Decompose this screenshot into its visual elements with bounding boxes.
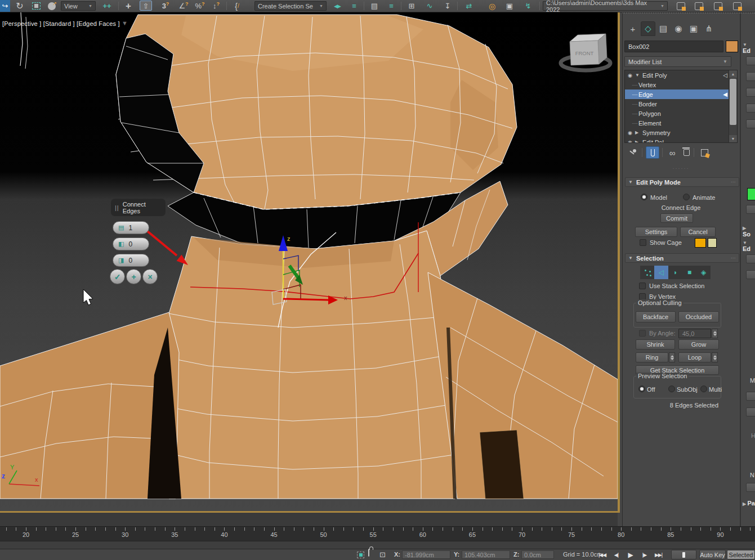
angle-snap-icon[interactable]: ∠? [176,0,191,12]
timeline-tick[interactable] [443,527,443,531]
timeline-tick[interactable] [611,527,612,531]
spinner-snap-icon[interactable]: ↕? [208,0,224,12]
selection-filter-dropdown[interactable]: View▼ [61,1,96,11]
by-angle-value-field[interactable]: 45,0 [678,329,711,338]
tab-display[interactable]: ▣ [686,21,701,36]
eye-icon[interactable]: ◉ [625,73,635,78]
viewport-label[interactable]: [Perspective ] [Standard ] [Edged Faces … [2,20,120,27]
snap-pair-icon[interactable]: ++ [98,0,116,12]
scroll-up-icon[interactable]: ▲ [729,70,737,78]
commit-button[interactable]: Commit [660,213,693,223]
lock-icon[interactable] [368,549,369,556]
animate-radio[interactable] [683,194,690,200]
preview-multi-label[interactable]: Multi [709,386,722,393]
timeline-tick[interactable] [115,527,116,531]
timeline-tick[interactable] [591,527,592,531]
timeline-tick[interactable] [373,527,374,531]
timeline-ruler[interactable]: 202530354045505560657075808590 [0,526,755,541]
ring-spinner[interactable] [669,352,675,362]
project-path-dropdown[interactable]: C:\Users\admin\Documents\3ds Max 2022▼ [543,1,668,11]
previous-frame-button[interactable]: ◀| [610,550,623,559]
stack-row-symmetry[interactable]: ◉ ▶ Symmetry [625,128,730,137]
by-angle-spinner[interactable] [712,329,718,338]
timeline-tick[interactable] [502,527,503,531]
select-and-link-icon[interactable]: ↪ [0,0,10,12]
scene-explorer-icon[interactable]: ⊞ [404,0,419,12]
timeline-tick[interactable] [6,527,7,531]
parameter-wire-icon[interactable]: ⇄ [461,0,477,12]
timeline-tick[interactable] [175,527,175,531]
loop-button[interactable]: Loop [678,352,711,362]
subobject-element-button[interactable]: ◈ [696,266,711,279]
timeline-tick[interactable] [691,527,691,531]
perspective-viewport[interactable]: z x FRONT x [0,12,618,511]
timeline-tick[interactable] [462,527,463,531]
timeline-tick[interactable] [532,527,533,531]
timeline-tick[interactable] [522,527,522,531]
timeline-tick[interactable] [512,527,512,531]
strip-button[interactable] [746,407,755,416]
select-and-move-icon[interactable]: + [120,0,136,12]
animate-radio-label[interactable]: Animate [693,194,715,201]
strip-button[interactable] [746,56,755,65]
timeline-tick[interactable] [561,527,562,531]
rollout-edit-poly-mode[interactable]: ▼ Edit Poly Mode ⋯ [625,177,739,187]
timeline-tick[interactable] [363,527,364,531]
stack-row-edit-poly[interactable]: ◉ ▼ Edit Poly ◁ [625,70,730,80]
timeline-tick[interactable] [165,527,166,531]
timeline-tick[interactable] [324,527,324,531]
timeline-tick[interactable] [75,527,76,531]
snap-toggle-3d-icon[interactable]: 3? [158,0,173,12]
strip-button[interactable] [746,104,755,113]
go-to-end-button[interactable]: ▶▶| [652,550,665,559]
tab-create[interactable]: + [626,21,640,36]
strip-button[interactable] [746,88,755,97]
model-radio[interactable] [641,194,647,200]
timeline-tick[interactable] [472,527,473,531]
model-radio-label[interactable]: Model [650,194,667,201]
timeline-tick[interactable] [195,527,195,531]
timeline-tick[interactable] [56,527,56,531]
go-to-start-button[interactable]: |◀◀ [596,550,609,559]
timeline-tick[interactable] [145,527,145,531]
occluded-button[interactable]: Occluded [678,311,719,322]
by-angle-checkbox[interactable] [639,330,646,337]
timeline-tick[interactable] [641,527,641,531]
timeline-tick[interactable] [483,527,483,531]
auto-key-button[interactable]: Auto Key [699,550,726,559]
stack-row-edit-poly-2[interactable]: ◉ ▶ Edit Pol [625,137,730,143]
strip-rollout-1[interactable]: ▼ Ed [743,41,755,54]
timeline-tick[interactable] [105,527,106,531]
strip-rollout-3[interactable]: ▼ Ed [743,239,755,252]
model-torso[interactable] [162,231,455,499]
absolute-offset-icon[interactable]: ⊡ [379,550,386,559]
play-button[interactable]: ▶ [624,550,637,559]
timeline-tick[interactable] [215,527,215,531]
remove-modifier-button[interactable] [680,146,693,159]
timeline-tick[interactable] [26,527,26,531]
timeline-tick[interactable] [86,527,86,531]
timeline-tick[interactable] [432,527,433,531]
eye-icon[interactable]: ◉ [625,140,635,144]
timeline-tick[interactable] [95,527,96,531]
timeline-tick[interactable] [343,527,344,531]
schematic-view-icon[interactable]: ↧ [440,0,455,12]
configure-modifier-sets-button[interactable] [698,146,711,159]
timeline-tick[interactable] [492,527,493,531]
subobject-edge-button[interactable]: ◁ [654,266,668,279]
caddy-segments-spinner[interactable]: ▤ 1 [113,221,149,234]
strip-button[interactable] [746,270,755,279]
timeline-tick[interactable] [730,527,731,531]
caddy-slide-spinner[interactable]: ◨ 0 [113,254,149,267]
cage-color-swatch[interactable] [695,238,706,248]
named-selection-sets-icon[interactable]: {/ [229,0,245,12]
timeline-tick[interactable] [542,527,542,531]
timeline-tick[interactable] [413,527,413,531]
project-folder-gear-icon[interactable] [673,0,688,12]
scroll-down-icon[interactable]: ▼ [729,135,737,142]
object-name-field[interactable]: Box002 [624,41,723,52]
timeline-tick[interactable] [333,527,334,531]
subobject-vertex-button[interactable] [640,266,654,279]
timeline-tick[interactable] [264,527,265,531]
project-folder-icon[interactable] [691,0,706,12]
